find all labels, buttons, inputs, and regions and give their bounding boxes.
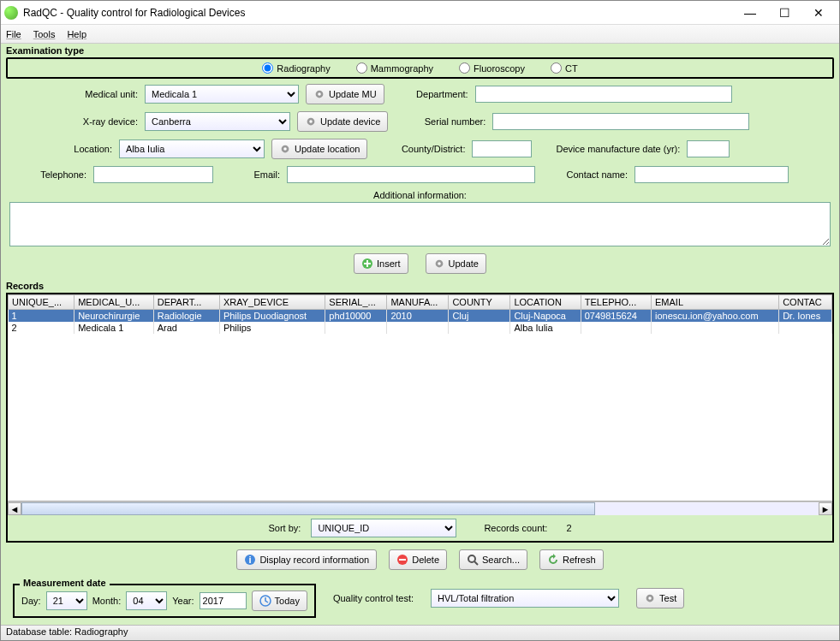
delete-icon [396,554,408,566]
medical-unit-label: Medical unit: [9,89,138,99]
today-button[interactable]: Today [252,591,307,611]
records-panel: UNIQUE_...MEDICAL_U...DEPART...XRAY_DEVI… [6,293,834,543]
sort-by-select[interactable]: UNIQUE_ID [311,519,456,537]
table-row[interactable]: 2Medicala 1AradPhilipsAlba Iulia [9,322,832,334]
table-cell: 1 [9,310,74,323]
status-bar: Database table: Radiography [1,625,839,640]
email-input[interactable] [287,166,535,183]
column-header[interactable]: MEDICAL_U... [74,295,154,310]
mfg-date-input[interactable] [687,140,730,157]
column-header[interactable]: DEPART... [153,295,219,310]
serial-number-label: Serial number: [395,116,486,127]
svg-point-13 [468,555,475,562]
info-icon: i [244,554,256,566]
test-button[interactable]: Test [636,588,684,608]
display-record-button[interactable]: iDisplay record information [236,549,377,570]
xray-device-select[interactable]: Canberra [145,112,290,131]
column-header[interactable]: LOCATION [510,295,581,310]
qc-test-label: Quality control test: [333,593,414,603]
radio-fluoroscopy-label: Fluoroscopy [474,63,525,74]
update-device-button[interactable]: Update device [297,111,388,132]
records-table: UNIQUE_...MEDICAL_U...DEPART...XRAY_DEVI… [8,294,832,334]
radio-ct[interactable]: CT [551,62,578,74]
app-icon [4,6,18,20]
scroll-thumb[interactable] [21,502,595,515]
day-label: Day: [21,596,41,606]
svg-point-1 [318,92,321,96]
column-header[interactable]: EMAIL [652,295,779,310]
svg-point-17 [648,596,652,600]
table-cell: phd10000 [325,310,387,323]
column-header[interactable]: SERIAL_... [325,295,387,310]
records-count-label: Records count: [484,523,547,533]
year-input[interactable] [200,592,247,609]
scroll-right-arrow[interactable]: ► [819,502,832,515]
menu-tools[interactable]: Tools [33,29,56,39]
menubar: File Tools Help [1,25,839,44]
department-input[interactable] [475,86,732,103]
column-header[interactable]: COUNTY [449,295,510,310]
gear-icon [279,143,291,155]
minimize-button[interactable]: — [733,3,767,23]
svg-point-3 [309,120,313,123]
records-count-value: 2 [566,523,571,533]
menu-help[interactable]: Help [67,29,86,39]
contact-name-input[interactable] [634,166,789,183]
svg-text:i: i [249,555,252,565]
table-cell: Medicala 1 [74,322,154,334]
email-label: Email: [220,169,280,180]
day-select[interactable]: 21 [46,591,87,610]
table-cell: Cluj [449,310,510,323]
horizontal-scrollbar[interactable]: ◄ ► [8,502,832,515]
medical-unit-select[interactable]: Medicala 1 [145,85,299,104]
radio-mammography[interactable]: Mammography [356,62,433,74]
table-row[interactable]: 1NeurochirurgieRadiologiePhilips Duodiag… [9,310,832,323]
mfg-date-label: Device manufacture date (yr): [556,144,680,154]
update-button[interactable]: Update [426,253,486,274]
gear-icon [313,88,325,100]
table-cell [325,322,387,334]
column-header[interactable]: TELEPHO... [581,295,651,310]
table-cell: 0749815624 [581,310,651,323]
contact-name-label: Contact name: [542,169,628,180]
refresh-button[interactable]: Refresh [539,549,604,570]
menu-file[interactable]: File [6,29,21,39]
table-cell [581,322,651,334]
location-select[interactable]: Alba Iulia [119,139,265,158]
gear-icon [433,258,445,270]
update-location-button[interactable]: Update location [271,139,367,159]
search-button[interactable]: Search... [459,549,527,570]
radio-radiography[interactable]: Radiography [262,62,330,74]
delete-button[interactable]: Delete [389,549,447,570]
column-header[interactable]: UNIQUE_... [9,295,74,310]
county-label: County/District: [374,144,465,154]
radio-mammography-label: Mammography [371,63,433,74]
table-cell [779,322,832,334]
svg-point-8 [438,262,441,265]
month-select[interactable]: 04 [126,591,167,610]
records-table-wrap[interactable]: UNIQUE_...MEDICAL_U...DEPART...XRAY_DEVI… [8,294,832,502]
close-button[interactable]: ✕ [801,3,836,23]
telephone-input[interactable] [93,166,213,183]
column-header[interactable]: CONTAC [779,295,832,310]
column-header[interactable]: MANUFA... [387,295,449,310]
table-cell: Radiologie [153,310,219,323]
radio-ct-label: CT [565,63,578,74]
scroll-left-arrow[interactable]: ◄ [8,502,21,515]
qc-test-select[interactable]: HVL/Total filtration [431,589,619,608]
app-window: RadQC - Quality control for Radiological… [0,0,840,641]
update-mu-button[interactable]: Update MU [306,84,384,104]
column-header[interactable]: XRAY_DEVICE [219,295,325,310]
radio-fluoroscopy[interactable]: Fluoroscopy [459,62,525,74]
year-label: Year: [172,596,194,606]
county-input[interactable] [472,140,532,157]
table-cell: Alba Iulia [510,322,581,334]
maximize-button[interactable]: ☐ [767,3,801,23]
refresh-icon [547,554,559,566]
window-title: RadQC - Quality control for Radiological… [23,7,733,19]
insert-button[interactable]: Insert [354,253,408,274]
serial-number-input[interactable] [492,113,749,130]
table-cell: ionescu.ion@yahoo.com [652,310,779,323]
gear-icon [644,592,656,604]
additional-info-textarea[interactable] [9,202,831,246]
